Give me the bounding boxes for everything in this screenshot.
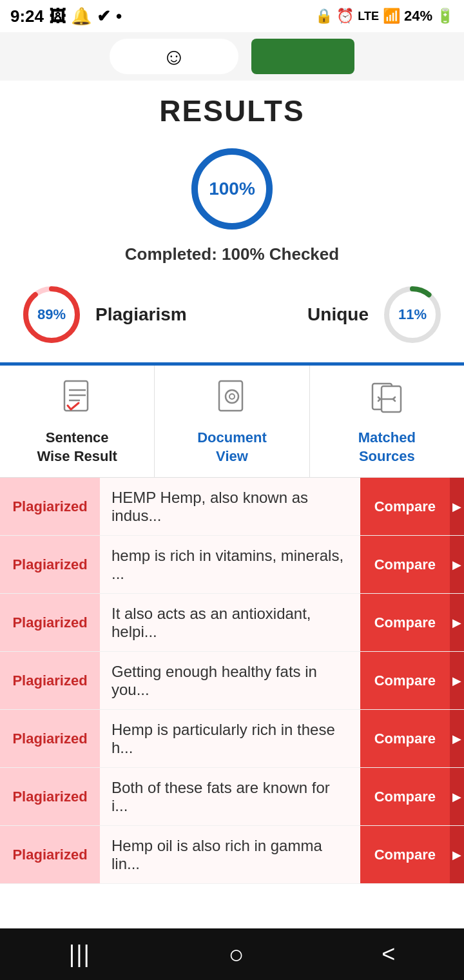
sentence-text: It also acts as an antioxidant, helpi... xyxy=(100,594,360,651)
compare-button[interactable]: Compare xyxy=(360,826,450,883)
compare-button[interactable]: Compare xyxy=(360,478,450,535)
compare-arrow-icon: ▶ xyxy=(450,478,464,535)
stats-row: 89% Plagiarism Unique 11% xyxy=(0,282,464,347)
sentence-row: Plagiarized Hemp oil is also rich in gam… xyxy=(0,826,464,884)
sentence-text: HEMP Hemp, also known as indus... xyxy=(100,478,360,535)
plagiarized-text: Plagiarized xyxy=(12,556,87,573)
plagiarism-value: 89% xyxy=(37,306,66,323)
compare-arrow-icon: ▶ xyxy=(450,536,464,593)
camera-icon: 🖼 xyxy=(49,6,66,26)
tab-matched-sources[interactable]: MatchedSources xyxy=(310,366,464,477)
compare-arrow-icon: ▶ xyxy=(450,710,464,767)
top-bar: ☺ xyxy=(0,32,464,81)
green-button[interactable] xyxy=(251,39,354,74)
plagiarized-text: Plagiarized xyxy=(12,847,87,863)
check-icon: ✔ xyxy=(97,6,111,26)
main-content: RESULTS 100% Completed: 100% Checked 89%… xyxy=(0,81,464,884)
compare-button[interactable]: Compare xyxy=(360,594,450,651)
battery-icon: 🔋 xyxy=(436,8,454,24)
plagiarism-stat: 89% Plagiarism xyxy=(19,282,187,347)
sentence-row: Plagiarized hemp is rich in vitamins, mi… xyxy=(0,536,464,594)
nav-home-icon[interactable]: ○ xyxy=(228,940,244,969)
sentence-row: Plagiarized HEMP Hemp, also known as ind… xyxy=(0,478,464,536)
sentence-text: Hemp is particularly rich in these h... xyxy=(100,710,360,767)
unique-value: 11% xyxy=(398,306,427,323)
compare-arrow-icon: ▶ xyxy=(450,594,464,651)
status-left: 9:24 🖼 🔔 ✔ • xyxy=(10,6,122,26)
sentence-row: Plagiarized It also acts as an antioxida… xyxy=(0,594,464,652)
plagiarized-badge: Plagiarized xyxy=(0,826,100,883)
dot-icon: • xyxy=(116,6,122,26)
sentence-text: Hemp oil is also rich in gamma lin... xyxy=(100,826,360,883)
battery-text: 24% xyxy=(404,8,432,24)
plagiarized-text: Plagiarized xyxy=(12,614,87,631)
plagiarized-badge: Plagiarized xyxy=(0,478,100,535)
big-circle-container: 100% xyxy=(0,144,464,234)
tab-document-view[interactable]: DocumentView xyxy=(155,366,309,477)
plagiarized-text: Plagiarized xyxy=(12,789,87,805)
plagiarized-text: Plagiarized xyxy=(12,498,87,515)
shield-icon: 🔒 xyxy=(315,8,333,24)
smiley-button[interactable]: ☺ xyxy=(110,39,238,74)
results-title: RESULTS xyxy=(0,93,464,128)
compare-arrow-icon: ▶ xyxy=(450,826,464,883)
nav-recent-icon[interactable]: < xyxy=(382,941,395,968)
big-circle-value: 100% xyxy=(209,179,255,199)
status-right: 🔒 ⏰ LTE 📶 24% 🔋 xyxy=(315,8,454,24)
plagiarized-text: Plagiarized xyxy=(12,672,87,689)
smiley-icon: ☺ xyxy=(162,43,186,70)
signal-icon: 📶 xyxy=(383,8,400,24)
bottom-nav: ||| ○ < xyxy=(0,928,464,980)
lte-icon: LTE xyxy=(358,10,379,23)
big-progress-circle: 100% xyxy=(187,144,277,234)
compare-button[interactable]: Compare xyxy=(360,768,450,825)
compare-button[interactable]: Compare xyxy=(360,652,450,709)
compare-btn-wrap: Compare ▶ xyxy=(360,594,464,651)
tab-document-view-label: DocumentView xyxy=(197,429,267,466)
plagiarized-badge: Plagiarized xyxy=(0,536,100,593)
tabs-row: SentenceWise Result DocumentView xyxy=(0,366,464,478)
matched-sources-icon xyxy=(370,380,403,422)
unique-stat: Unique 11% xyxy=(307,282,445,347)
sentence-row: Plagiarized Getting enough healthy fats … xyxy=(0,652,464,710)
compare-btn-wrap: Compare ▶ xyxy=(360,478,464,535)
sentence-text: Getting enough healthy fats in you... xyxy=(100,652,360,709)
compare-arrow-icon: ▶ xyxy=(450,652,464,709)
compare-btn-wrap: Compare ▶ xyxy=(360,652,464,709)
unique-label: Unique xyxy=(307,304,369,325)
alarm-icon: ⏰ xyxy=(336,8,354,24)
bell-icon: 🔔 xyxy=(71,6,92,26)
plagiarized-text: Plagiarized xyxy=(12,730,87,747)
compare-arrow-icon: ▶ xyxy=(450,768,464,825)
unique-circle: 11% xyxy=(380,282,445,347)
tab-matched-sources-label: MatchedSources xyxy=(358,429,416,466)
compare-btn-wrap: Compare ▶ xyxy=(360,536,464,593)
tab-sentence-wise[interactable]: SentenceWise Result xyxy=(0,366,155,477)
nav-back-icon[interactable]: ||| xyxy=(69,941,91,968)
sentence-text: Both of these fats are known for i... xyxy=(100,768,360,825)
plagiarized-badge: Plagiarized xyxy=(0,594,100,651)
compare-btn-wrap: Compare ▶ xyxy=(360,826,464,883)
plagiarized-badge: Plagiarized xyxy=(0,768,100,825)
completed-text: Completed: 100% Checked xyxy=(0,244,464,264)
compare-btn-wrap: Compare ▶ xyxy=(360,710,464,767)
document-view-icon xyxy=(215,380,249,422)
plagiarism-label: Plagiarism xyxy=(95,304,187,325)
plagiarized-badge: Plagiarized xyxy=(0,652,100,709)
sentence-text: hemp is rich in vitamins, minerals, ... xyxy=(100,536,360,593)
compare-button[interactable]: Compare xyxy=(360,710,450,767)
sentence-row: Plagiarized Hemp is particularly rich in… xyxy=(0,710,464,768)
sentence-wise-icon xyxy=(61,380,94,422)
tab-sentence-wise-label: SentenceWise Result xyxy=(37,429,117,466)
status-bar: 9:24 🖼 🔔 ✔ • 🔒 ⏰ LTE 📶 24% 🔋 xyxy=(0,0,464,32)
plagiarism-circle: 89% xyxy=(19,282,84,347)
compare-button[interactable]: Compare xyxy=(360,536,450,593)
sentence-list: Plagiarized HEMP Hemp, also known as ind… xyxy=(0,478,464,884)
sentence-row: Plagiarized Both of these fats are known… xyxy=(0,768,464,826)
time: 9:24 xyxy=(10,6,44,26)
compare-btn-wrap: Compare ▶ xyxy=(360,768,464,825)
plagiarized-badge: Plagiarized xyxy=(0,710,100,767)
